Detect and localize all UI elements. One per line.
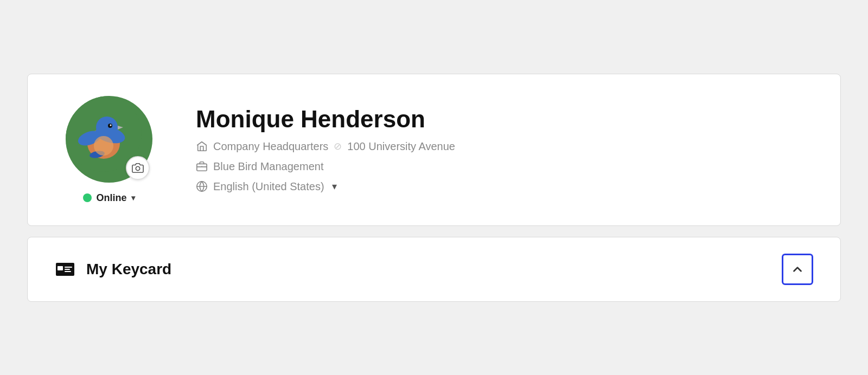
- avatar-wrapper: [66, 96, 152, 183]
- status-label: Online: [96, 192, 126, 204]
- avatar-section: Online ▾: [55, 96, 163, 204]
- location-row: Company Headquarters ⊘ 100 University Av…: [196, 140, 455, 153]
- status-dot-online: [83, 193, 92, 202]
- language-label: English (United States): [213, 180, 324, 193]
- profile-info-section: Monique Henderson Company Headquarters ⊘…: [196, 106, 813, 192]
- svg-rect-16: [58, 266, 63, 270]
- globe-icon: [196, 180, 208, 192]
- svg-point-9: [94, 136, 113, 156]
- chevron-down-icon: ▾: [131, 193, 135, 202]
- svg-rect-11: [197, 164, 207, 171]
- camera-icon: [132, 162, 144, 174]
- svg-rect-19: [65, 271, 71, 272]
- location-type: Company Headquarters: [213, 140, 328, 153]
- svg-point-5: [96, 117, 118, 138]
- company-row: Blue Bird Management: [196, 160, 323, 173]
- home-icon: [196, 140, 208, 152]
- user-name: Monique Henderson: [196, 106, 425, 132]
- location-separator: ⊘: [334, 140, 342, 152]
- svg-rect-17: [65, 267, 72, 268]
- location-address: 100 University Avenue: [347, 140, 455, 153]
- keycard-icon: [55, 259, 75, 280]
- svg-point-8: [110, 124, 112, 126]
- svg-point-10: [136, 166, 139, 170]
- keycard-left-section: My Keycard: [55, 259, 171, 280]
- keycard-label: My Keycard: [86, 261, 171, 278]
- profile-card: Online ▾ Monique Henderson Company Headq…: [27, 74, 841, 226]
- company-name: Blue Bird Management: [213, 160, 323, 173]
- chevron-up-icon: [790, 262, 805, 276]
- keycard-card: My Keycard: [27, 237, 841, 302]
- keycard-expand-button[interactable]: [782, 254, 813, 285]
- briefcase-icon: [196, 160, 208, 172]
- language-selector[interactable]: English (United States) ▾: [196, 180, 337, 193]
- upload-avatar-button[interactable]: [126, 156, 150, 180]
- keycard-icon-wrap: [55, 259, 75, 280]
- language-chevron-down-icon: ▾: [332, 180, 337, 192]
- status-selector[interactable]: Online ▾: [83, 192, 135, 204]
- svg-rect-18: [65, 269, 70, 270]
